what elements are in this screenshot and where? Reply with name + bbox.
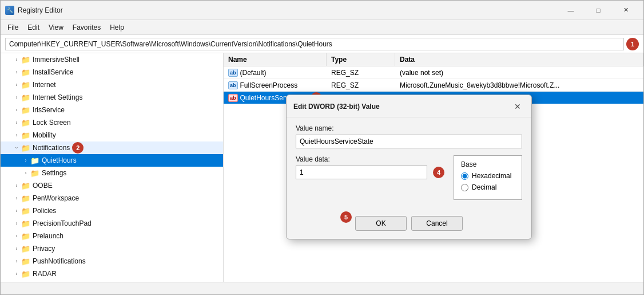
- folder-icon: [21, 118, 30, 127]
- reg-type: REG_SZ: [327, 68, 395, 78]
- cancel-button[interactable]: Cancel: [411, 216, 463, 231]
- radio-hex-label[interactable]: Hexadecimal: [461, 172, 515, 180]
- folder-icon: [21, 194, 30, 203]
- value-data-input[interactable]: [296, 166, 427, 179]
- expand-icon: ›: [12, 219, 21, 228]
- folder-icon: [30, 156, 39, 165]
- folder-icon: [21, 257, 30, 266]
- tree-label: QuietHours: [42, 156, 77, 164]
- table-header: Name Type Data: [224, 53, 643, 66]
- tree-label: Settings: [42, 169, 66, 177]
- table-row[interactable]: ab FullScreenProcess REG_SZ Microsoft.Zu…: [224, 79, 643, 92]
- tree-item-penworkspace[interactable]: › PenWorkspace: [1, 192, 223, 204]
- value-data-area: Value data: 4: [296, 155, 444, 179]
- col-header-data: Data: [395, 53, 643, 66]
- close-button[interactable]: ✕: [613, 2, 639, 19]
- address-input[interactable]: [5, 38, 624, 50]
- tree-label: Internet Settings: [33, 93, 82, 101]
- expand-icon: ›: [12, 194, 21, 203]
- radio-hex-text: Hexadecimal: [472, 172, 511, 180]
- folder-icon: [21, 105, 30, 115]
- expand-icon: ›: [12, 55, 21, 64]
- ok-button[interactable]: OK: [355, 216, 407, 231]
- radio-hex[interactable]: [461, 172, 468, 180]
- tree-item-notifications[interactable]: › Notifications 2: [1, 141, 223, 154]
- tree-item-mobility[interactable]: › Mobility: [1, 129, 223, 141]
- window-controls: — □ ✕: [558, 2, 639, 19]
- expand-icon: ›: [12, 143, 21, 152]
- reg-type: REG_SZ: [327, 80, 395, 91]
- folder-icon: [21, 181, 30, 190]
- expand-icon: ›: [21, 168, 30, 178]
- dialog-close-button[interactable]: ✕: [511, 100, 524, 113]
- reg-name: FullScreenProcess: [240, 81, 298, 89]
- folder-icon: [21, 231, 30, 241]
- dialog-title-bar: Edit DWORD (32-bit) Value ✕: [287, 95, 531, 117]
- tree-item-pushnotifications[interactable]: › PushNotifications: [1, 255, 223, 268]
- dialog-title: Edit DWORD (32-bit) Value: [293, 103, 380, 111]
- tree-label: Notifications: [33, 144, 70, 152]
- table-row[interactable]: ab (Default) REG_SZ (value not set): [224, 66, 643, 79]
- menu-file[interactable]: File: [3, 21, 23, 34]
- expand-icon: ›: [21, 156, 30, 165]
- tree-label: Internet: [33, 81, 56, 89]
- maximize-button[interactable]: □: [585, 2, 611, 19]
- menu-favorites[interactable]: Favorites: [68, 21, 105, 34]
- folder-icon: [21, 269, 30, 278]
- annotation-1-badge: 1: [626, 38, 639, 50]
- address-bar: 1: [1, 35, 643, 53]
- col-header-name: Name: [224, 53, 327, 66]
- title-bar: 🔧 Registry Editor — □ ✕: [1, 1, 643, 20]
- tree-item-oobe[interactable]: › OOBE: [1, 179, 223, 192]
- menu-help[interactable]: Help: [105, 21, 129, 34]
- tree-item-policies[interactable]: › Policies: [1, 204, 223, 217]
- tree-item-precisiontouchpad[interactable]: › PrecisionTouchPad: [1, 217, 223, 230]
- minimize-button[interactable]: —: [558, 2, 584, 19]
- tree-item-privacy[interactable]: › Privacy: [1, 242, 223, 255]
- tree-item-internet-settings[interactable]: › Internet Settings: [1, 91, 223, 104]
- annotation-2-badge: 2: [72, 142, 84, 154]
- expand-icon: ›: [12, 257, 21, 266]
- annotation-4-badge: 4: [433, 167, 444, 178]
- folder-icon: [21, 93, 30, 102]
- radio-dec-label[interactable]: Decimal: [461, 183, 515, 191]
- tree-item-radar[interactable]: › RADAR: [1, 268, 223, 280]
- radio-dec[interactable]: [461, 184, 468, 191]
- tree-item-internet[interactable]: › Internet: [1, 78, 223, 91]
- expand-icon: ›: [12, 181, 21, 190]
- tree-label: Lock Screen: [33, 119, 71, 127]
- tree-item-immersiveshell[interactable]: › ImmersiveShell: [1, 53, 223, 66]
- menu-edit[interactable]: Edit: [23, 21, 44, 34]
- dialog-footer: 5 OK Cancel: [287, 216, 531, 239]
- window-title: Registry Editor: [18, 6, 558, 14]
- tree-item-installservice[interactable]: › InstallService: [1, 66, 223, 78]
- tree-label: PrecisionTouchPad: [33, 219, 92, 227]
- annotation-5-badge: 5: [340, 211, 352, 223]
- tree-item-prelaunch[interactable]: › Prelaunch: [1, 230, 223, 242]
- value-data-label: Value data:: [296, 155, 444, 163]
- tree-label: OOBE: [33, 182, 53, 190]
- edit-dword-dialog: Edit DWORD (32-bit) Value ✕ Value name: …: [286, 95, 532, 239]
- tree-label: PenWorkspace: [33, 194, 79, 202]
- col-header-type: Type: [327, 53, 395, 66]
- tree-item-settings[interactable]: › Settings: [1, 167, 223, 179]
- value-name-input[interactable]: [296, 135, 522, 148]
- menu-bar: File Edit View Favorites Help: [1, 20, 643, 35]
- ab-icon: ab: [228, 69, 238, 77]
- tree-label: InstallService: [33, 68, 73, 76]
- base-box: Base Hexadecimal Decimal: [454, 155, 522, 200]
- value-name-label: Value name:: [296, 124, 522, 132]
- expand-icon: ›: [12, 80, 21, 89]
- folder-icon: [21, 80, 30, 89]
- tree-item-irisservice[interactable]: › IrisService: [1, 104, 223, 116]
- tree-item-quiet-hours[interactable]: › QuietHours: [1, 154, 223, 167]
- status-bar: [1, 282, 643, 294]
- tree-label: ImmersiveShell: [33, 56, 79, 64]
- tree-label: Privacy: [33, 245, 55, 253]
- base-label: Base: [461, 160, 515, 168]
- ab-dword-icon: ab: [228, 94, 238, 102]
- tree-item-lock-screen[interactable]: › Lock Screen: [1, 116, 223, 129]
- app-icon: 🔧: [5, 6, 14, 15]
- menu-view[interactable]: View: [44, 21, 68, 34]
- expand-icon: ›: [12, 244, 21, 253]
